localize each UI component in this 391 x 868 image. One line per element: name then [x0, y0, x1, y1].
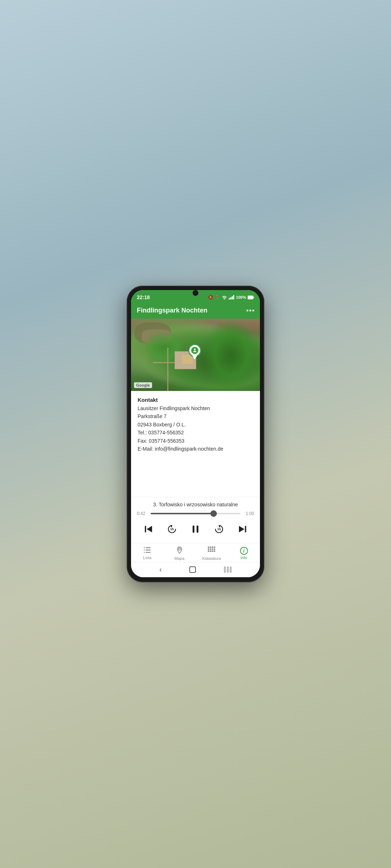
svg-rect-12: [193, 526, 194, 533]
map-pin: [188, 344, 203, 358]
contact-details: Lausitzer Findlingspark Nochten Parkstra…: [138, 404, 253, 453]
contact-line-3: 02943 Boxberg / O.L.: [138, 422, 186, 427]
nav-item-lista[interactable]: Lista: [131, 547, 163, 560]
nav-label-mapa: Mapa: [175, 556, 185, 561]
home-button[interactable]: [189, 566, 196, 573]
map-pin-icon: [191, 347, 198, 354]
front-camera: [193, 290, 198, 296]
svg-rect-26: [210, 546, 211, 548]
bottom-nav: Lista Mapa: [131, 543, 260, 562]
skip-back-icon: 15: [166, 523, 178, 535]
svg-rect-6: [253, 297, 254, 298]
svg-rect-32: [214, 549, 215, 550]
phone-screen: 22:18 🔕 📍 100%: [131, 290, 260, 577]
location-icon: 📍: [215, 295, 220, 300]
svg-rect-29: [208, 549, 209, 550]
prev-icon: [143, 524, 154, 534]
mute-icon: 🔕: [208, 295, 213, 300]
progress-thumb[interactable]: [210, 510, 217, 517]
status-icons: 🔕 📍 100%: [208, 295, 254, 300]
contact-line-1: Lausitzer Findlingspark Nochten: [138, 405, 210, 411]
svg-rect-23: [144, 552, 145, 553]
audio-player: 3. Torfowisko i wrzosowisko naturalne 0:…: [131, 497, 260, 543]
menu-dot: [249, 310, 251, 311]
map-forest: [202, 319, 260, 391]
status-time: 22:18: [137, 294, 150, 300]
svg-rect-13: [197, 526, 198, 533]
map-pin-circle: [188, 344, 201, 357]
svg-rect-16: [245, 526, 246, 532]
mapa-icon: [176, 546, 184, 556]
total-time: 1:00: [243, 511, 254, 516]
progress-fill: [151, 513, 214, 514]
contact-line-6: E-Mail: info@findlingspark-nochten.de: [138, 446, 223, 452]
contact-line-5: Fax: 035774-556353: [138, 438, 184, 444]
next-icon: [237, 524, 248, 534]
svg-rect-30: [210, 549, 211, 550]
svg-rect-5: [248, 296, 253, 299]
menu-dot: [252, 310, 254, 311]
menu-button[interactable]: [247, 310, 254, 311]
svg-marker-9: [147, 526, 152, 532]
menu-dot: [247, 310, 248, 311]
contact-heading: Kontakt: [138, 397, 253, 403]
skip-forward-button[interactable]: 15: [211, 521, 227, 537]
phone-frame: 22:18 🔕 📍 100%: [127, 286, 264, 582]
svg-rect-35: [212, 550, 213, 552]
map-road: [167, 348, 168, 391]
pause-button[interactable]: [188, 521, 203, 537]
contact-line-2: Parkstraße 7: [138, 413, 167, 419]
lista-icon: [143, 547, 151, 555]
system-nav: ‹: [131, 562, 260, 577]
recents-button[interactable]: [224, 567, 232, 573]
svg-rect-21: [144, 547, 145, 548]
battery-icon: [248, 295, 254, 299]
svg-text:15: 15: [217, 527, 221, 531]
svg-rect-34: [210, 550, 211, 552]
app-title: Findlingspark Nochten: [137, 307, 207, 314]
info-icon: i: [240, 547, 248, 555]
skip-forward-icon: 15: [213, 523, 225, 535]
svg-point-24: [178, 548, 181, 550]
klawiatura-icon: [207, 546, 216, 556]
svg-rect-8: [145, 526, 146, 532]
skip-back-button[interactable]: 15: [164, 521, 180, 537]
nav-item-mapa[interactable]: Mapa: [163, 546, 196, 561]
google-attribution: Google: [134, 382, 152, 388]
wifi-icon: [222, 295, 227, 299]
svg-rect-33: [208, 550, 209, 552]
nav-item-klawiatura[interactable]: Klawiatura: [196, 546, 228, 561]
content-area: Kontakt Lausitzer Findlingspark Nochten …: [131, 391, 260, 497]
contact-line-4: Tel.: 035774-556352: [138, 430, 184, 435]
svg-rect-3: [233, 295, 234, 299]
nav-label-lista: Lista: [143, 556, 151, 560]
svg-rect-2: [232, 296, 233, 299]
nav-item-info[interactable]: i Info: [228, 547, 260, 560]
svg-rect-22: [144, 550, 145, 551]
battery-label: 100%: [236, 295, 246, 299]
svg-rect-18: [146, 547, 151, 548]
back-button[interactable]: ‹: [159, 565, 162, 574]
app-header: Findlingspark Nochten: [131, 303, 260, 319]
progress-bar[interactable]: [151, 513, 240, 514]
nav-label-info: Info: [240, 556, 247, 560]
pause-icon: [190, 524, 201, 535]
svg-rect-25: [208, 546, 209, 548]
signal-icon: [229, 295, 235, 299]
svg-rect-1: [230, 297, 231, 299]
nav-label-klawiatura: Klawiatura: [202, 556, 221, 561]
next-button[interactable]: [235, 521, 251, 537]
svg-rect-27: [212, 546, 213, 548]
svg-rect-19: [146, 550, 151, 551]
svg-rect-28: [214, 546, 215, 548]
player-controls: 15 15: [137, 520, 254, 540]
svg-marker-17: [239, 526, 244, 532]
svg-text:15: 15: [170, 527, 174, 531]
track-title: 3. Torfowisko i wrzosowisko naturalne: [137, 502, 254, 507]
prev-button[interactable]: [140, 521, 156, 537]
svg-rect-31: [212, 549, 213, 550]
svg-point-7: [194, 349, 196, 350]
svg-rect-36: [214, 550, 215, 552]
progress-row: 0:42 1:00: [137, 511, 254, 516]
map-view[interactable]: Google: [131, 319, 260, 391]
